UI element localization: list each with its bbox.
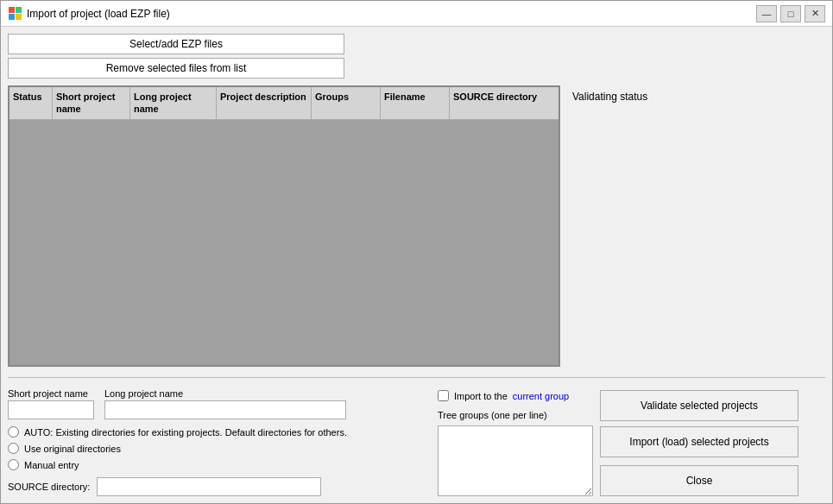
directory-radio-group: AUTO: Existing directories for existing … <box>8 426 431 470</box>
source-directory-label: SOURCE directory: <box>8 482 90 492</box>
import-selected-button[interactable]: Import (load) selected projects <box>600 426 798 457</box>
long-project-name-label: Long project name <box>104 388 346 399</box>
close-button[interactable]: Close <box>600 465 798 496</box>
minimize-button[interactable]: — <box>756 5 777 22</box>
window-title: Import of project (load EZP file) <box>27 8 756 20</box>
radio-original-input[interactable] <box>8 443 19 454</box>
short-project-name-label: Short project name <box>8 388 94 399</box>
col-groups: Groups <box>312 87 381 119</box>
bottom-section: Short project name Long project name AUT… <box>8 381 825 496</box>
current-group-link[interactable]: current group <box>513 391 569 401</box>
col-filename: Filename <box>381 87 450 119</box>
close-window-button[interactable]: ✕ <box>805 5 825 22</box>
tree-groups-textarea[interactable] <box>438 425 593 496</box>
name-fields-row: Short project name Long project name <box>8 388 431 419</box>
radio-manual[interactable]: Manual entry <box>8 459 431 470</box>
window-controls: — □ ✕ <box>756 5 825 22</box>
import-current-group-row: Import to the current group <box>438 390 593 401</box>
validating-status-title: Validating status <box>572 91 820 103</box>
col-description: Project description <box>217 87 312 119</box>
radio-original[interactable]: Use original directories <box>8 443 431 454</box>
import-current-group-label: Import to the <box>454 391 508 401</box>
radio-manual-input[interactable] <box>8 459 19 470</box>
long-project-name-group: Long project name <box>104 388 346 419</box>
main-window: Import of project (load EZP file) — □ ✕ … <box>0 0 833 504</box>
table-header: Status Short project name Long project n… <box>9 87 558 120</box>
radio-original-label: Use original directories <box>24 444 121 454</box>
tree-groups-label: Tree groups (one per line) <box>438 410 593 420</box>
radio-auto-label: AUTO: Existing directories for existing … <box>24 427 347 438</box>
import-current-group-checkbox[interactable] <box>438 390 449 401</box>
radio-auto-input[interactable] <box>8 426 19 438</box>
bottom-right-panel: Validate selected projects Import (load)… <box>600 388 825 496</box>
bottom-middle-panel: Import to the current group Tree groups … <box>438 388 593 496</box>
radio-auto[interactable]: AUTO: Existing directories for existing … <box>8 426 431 438</box>
long-project-name-input[interactable] <box>104 400 346 419</box>
projects-table: Status Short project name Long project n… <box>8 85 560 367</box>
top-buttons-area: Select/add EZP files Remove selected fil… <box>8 34 825 79</box>
section-divider <box>8 377 825 378</box>
select-add-ezp-button[interactable]: Select/add EZP files <box>8 34 344 54</box>
source-directory-row: SOURCE directory: <box>8 477 431 496</box>
short-project-name-input[interactable] <box>8 400 94 419</box>
source-directory-input[interactable] <box>97 477 321 496</box>
col-long-name: Long project name <box>130 87 217 119</box>
col-source-dir: SOURCE directory <box>450 87 558 119</box>
titlebar: Import of project (load EZP file) — □ ✕ <box>1 1 832 27</box>
main-content: Select/add EZP files Remove selected fil… <box>1 27 832 503</box>
bottom-left-panel: Short project name Long project name AUT… <box>8 388 431 496</box>
short-project-name-group: Short project name <box>8 388 94 419</box>
remove-selected-button[interactable]: Remove selected files from list <box>8 58 344 79</box>
col-short-name: Short project name <box>53 87 130 119</box>
table-body[interactable] <box>9 120 558 365</box>
maximize-button[interactable]: □ <box>780 5 801 22</box>
table-section: Status Short project name Long project n… <box>8 85 825 367</box>
validating-status-panel: Validating status <box>567 85 825 367</box>
col-status: Status <box>9 87 53 119</box>
validate-selected-button[interactable]: Validate selected projects <box>600 390 798 421</box>
app-icon <box>8 7 22 21</box>
radio-manual-label: Manual entry <box>24 460 79 470</box>
